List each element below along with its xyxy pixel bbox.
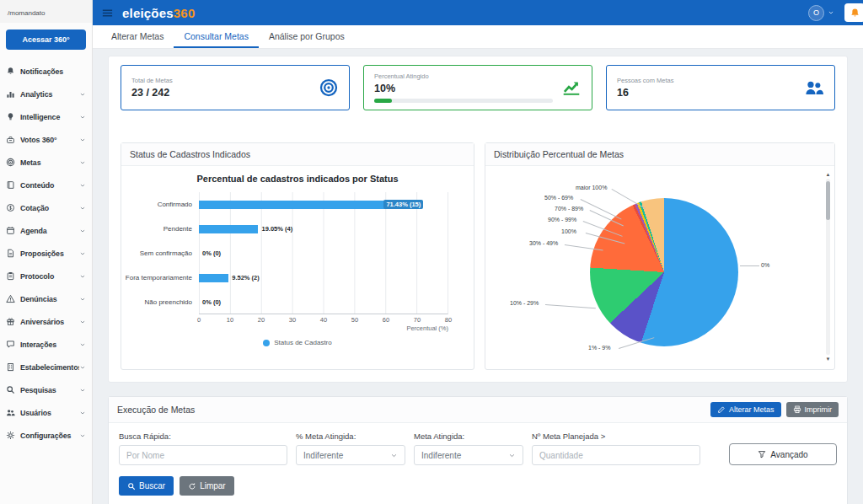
notifications-button[interactable] <box>844 3 863 22</box>
sidebar-item-label: Votos 360° <box>20 136 79 144</box>
top-header: eleições360 O <box>93 0 863 25</box>
sidebar-item-label: Agenda <box>20 227 79 235</box>
limpar-label: Limpar <box>200 481 226 491</box>
sidebar-item-conteudo[interactable]: Conteúdo <box>0 174 92 196</box>
tab-consultar-metas[interactable]: Consultar Metas <box>174 25 258 48</box>
x-axis: 01020304050607080 <box>199 314 448 324</box>
scroll-down-arrow[interactable]: ▼ <box>824 356 832 362</box>
refresh-icon <box>188 482 196 491</box>
x-axis-label: Percentual (%) <box>121 324 448 332</box>
sidebar-item-interacoes[interactable]: Interações <box>0 333 92 356</box>
bar-chart-legend[interactable]: Status de Cadastro <box>121 339 474 346</box>
avatar[interactable]: O <box>808 5 824 21</box>
chevron-down-icon <box>79 91 86 98</box>
bar-value-label: 9.52% (2) <box>232 274 260 281</box>
sidebar-item-usuarios[interactable]: Usuários <box>0 401 92 424</box>
stat-card-label: Percentual Atingido <box>374 72 553 80</box>
alterar-metas-button[interactable]: Alterar Metas <box>710 402 781 417</box>
sidebar-item-denuncias[interactable]: Denúncias <box>0 287 92 310</box>
execucao-actions: Alterar Metas Imprimir <box>710 402 839 417</box>
building-icon <box>6 362 15 372</box>
imprimir-button[interactable]: Imprimir <box>786 402 839 417</box>
bar-row: Não preenchido0% (0) <box>121 290 474 314</box>
gear-icon <box>6 431 15 440</box>
pie-label-line <box>581 199 622 220</box>
sidebar-item-pesquisas[interactable]: Pesquisas <box>0 378 92 401</box>
calendar-icon <box>6 226 15 235</box>
users-icon <box>804 78 824 98</box>
sidebar-item-intelligence[interactable]: Intelligence <box>0 105 92 128</box>
buscar-button[interactable]: Buscar <box>119 476 174 496</box>
tab-alterar-metas[interactable]: Alterar Metas <box>101 25 174 48</box>
menu-icon[interactable] <box>101 7 114 19</box>
bar[interactable] <box>199 225 258 233</box>
legend-label: Status de Cadastro <box>274 339 331 346</box>
sidebar-item-notificacoes[interactable]: Notificações <box>0 60 92 83</box>
brand: /momandato <box>0 0 92 23</box>
document-icon <box>6 249 15 258</box>
gift-icon <box>6 317 15 326</box>
pct-meta-select[interactable]: Indiferente <box>296 445 405 465</box>
limpar-button[interactable]: Limpar <box>180 476 234 496</box>
sidebar-item-aniversarios[interactable]: Aniversários <box>0 310 92 333</box>
chevron-down-icon <box>508 452 516 459</box>
scroll-up-arrow[interactable]: ▲ <box>824 171 832 178</box>
bar-category-label: Sem confirmação <box>121 249 199 257</box>
sidebar-item-analytics[interactable]: Analytics <box>0 83 92 105</box>
sidebar-item-label: Conteúdo <box>20 181 79 190</box>
sidebar-item-proposicoes[interactable]: Proposições <box>0 242 92 265</box>
quick-search-input[interactable] <box>119 445 287 465</box>
users-icon <box>6 408 15 417</box>
sidebar-item-protocolo[interactable]: Protocolo <box>0 265 92 287</box>
bar[interactable]: 71.43% (15) <box>199 201 421 209</box>
bar-row: Pendente19.05% (4) <box>121 217 474 241</box>
scrollbar-thumb[interactable] <box>826 181 830 220</box>
pie-slice-label: 10% - 29% <box>510 300 539 306</box>
quick-search-field: Busca Rápida: <box>119 432 287 465</box>
bar-row: Fora temporariamente9.52% (2) <box>121 265 474 290</box>
pct-meta-label: % Meta Atingida: <box>296 432 405 441</box>
bar-category-label: Pendente <box>121 225 199 233</box>
chart-up-icon <box>561 78 582 98</box>
bar-category-label: Não preenchido <box>121 298 199 306</box>
bar-category-label: Confirmado <box>121 201 199 208</box>
meta-planejada-label: Nº Meta Planejada > <box>532 432 700 441</box>
imprimir-label: Imprimir <box>805 405 833 414</box>
search-icon <box>6 385 15 394</box>
chevron-down-icon <box>79 114 86 121</box>
chevron-down-icon <box>79 410 86 416</box>
sidebar-item-metas[interactable]: Metas <box>0 151 92 174</box>
chevron-down-icon <box>390 452 398 459</box>
dashboard-sheet: Total de Metas23 / 242Percentual Atingid… <box>108 56 848 383</box>
sidebar-item-configuracoes[interactable]: Configurações <box>0 424 92 447</box>
bar-chart-title: Percentual de cadastros indicados por St… <box>121 174 474 184</box>
scrollbar-track[interactable] <box>826 179 830 355</box>
pie-label-line <box>740 265 759 266</box>
user-menu[interactable]: O <box>808 5 834 21</box>
bar[interactable] <box>199 274 228 282</box>
meta-atingida-select[interactable]: Indiferente <box>414 445 523 465</box>
sidebar-item-cotacao[interactable]: Cotação <box>0 196 92 219</box>
execucao-title: Execução de Metas <box>117 405 195 415</box>
tab-analise-por-grupos[interactable]: Análise por Grupos <box>259 25 355 48</box>
sidebar-item-agenda[interactable]: Agenda <box>0 219 92 242</box>
sidebar-item-label: Aniversários <box>20 318 79 326</box>
chevron-down-icon <box>79 205 86 212</box>
pie-slice-label: 50% - 69% <box>544 195 573 201</box>
sidebar-item-estabelecimentos[interactable]: Estabelecimentos <box>0 356 92 378</box>
avancado-button[interactable]: Avançado <box>729 443 837 465</box>
sidebar-item-label: Analytics <box>20 90 79 99</box>
execucao-metas-panel: Execução de Metas Alterar Metas Imprimir… <box>108 396 848 504</box>
panel-scrollbar[interactable]: ▲ ▼ <box>824 171 832 362</box>
sidebar-item-votos-360[interactable]: Votos 360° <box>0 128 92 151</box>
x-axis-tick: 80 <box>445 316 452 324</box>
selected-value: Indiferente <box>303 451 343 460</box>
pie-slice-label: 1% - 9% <box>588 345 610 351</box>
search-actions-row: Buscar Limpar <box>119 476 837 496</box>
bulb-icon <box>6 112 15 121</box>
access-360-button[interactable]: Acessar 360° <box>6 29 86 50</box>
pct-meta-field: % Meta Atingida: Indiferente <box>296 432 405 465</box>
chevron-down-icon <box>828 9 834 16</box>
analytics-icon <box>6 89 15 99</box>
meta-planejada-input[interactable] <box>532 445 700 465</box>
